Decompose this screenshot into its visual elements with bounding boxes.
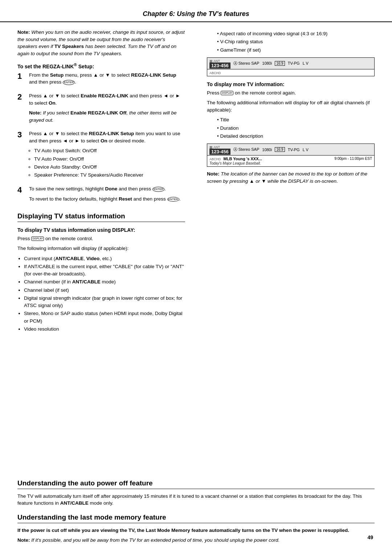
- bullet-duration: Duration: [217, 125, 375, 132]
- tv-speakers-bold: TV Speakers: [54, 44, 84, 49]
- step-1-content: From the Setup menu, press ▲ or ▼ to sel…: [29, 72, 185, 89]
- step-3-number: 3: [17, 130, 25, 140]
- channels-1: L V: [303, 61, 309, 65]
- tv-banner-1: ▩ ANT 123-456 Ⓐ Stereo SAP 1080i 16:9 TV…: [207, 57, 375, 76]
- program-time: 9:00pm - 11:00pm EST: [335, 157, 372, 161]
- chapter-title: Chapter 6: Using the TV's features: [0, 0, 392, 22]
- bullet-tv-auto-input: TV Auto Input Switch: On/Off: [34, 147, 185, 154]
- last-mode-memory-section: Understanding the last mode memory featu…: [17, 513, 375, 544]
- note-banner-label: Note:: [207, 171, 220, 177]
- page-number: 49: [367, 534, 373, 540]
- step-3: 3 Press ▲ or ▼ to select the REGZA-LINK …: [17, 130, 185, 182]
- bullet-vchip: V-Chip rating status: [217, 38, 375, 45]
- step-2-content: Press ▲ or ▼ to select Enable REGZA-LINK…: [29, 92, 185, 126]
- more-tv-p1: Press DISPLAY on the remote control agai…: [207, 89, 375, 97]
- left-column: Note: When you turn on the audio receive…: [17, 29, 189, 469]
- last-mode-memory-paragraph: If the power is cut off while you are vi…: [17, 527, 375, 534]
- channels-2: L V: [303, 148, 309, 152]
- auto-power-off-heading-text: Understanding the auto power off feature: [17, 479, 153, 487]
- bullet-digital-signal: Digital signal strength indicator (bar g…: [24, 295, 185, 310]
- auto-power-off-heading: Understanding the auto power off feature: [17, 479, 375, 489]
- tv-banner-2-top: ▩ ANT 123-456 Ⓐ Stereo SAP 1080i 16:9 TV…: [207, 144, 374, 156]
- bullet-channel-label: Channel label (if set): [24, 287, 185, 294]
- step-2-text: Press ▲ or ▼ to select Enable REGZA-LINK…: [29, 92, 185, 106]
- tv-banner-1-info: Ⓐ Stereo SAP 1080i 16:9 TV-PG L V: [233, 61, 309, 66]
- note-banner-text: The location of the banner can be moved …: [207, 171, 367, 184]
- step-4: 4 To save the new settings, highlight Do…: [17, 185, 185, 205]
- more-tv-info-heading-text: To display more TV information:: [207, 81, 285, 87]
- chapter-title-text: Chapter 6: Using the TV's features: [143, 10, 249, 17]
- note-text-last: If it's possible, and you will be away f…: [31, 537, 279, 543]
- enter-icon-4b: ENTER: [167, 197, 179, 202]
- step-4-reset: To revert to the factory defaults, highl…: [29, 195, 185, 203]
- bullet-aspect-ratio: Aspect ratio of incoming video signal (4…: [217, 30, 375, 37]
- stereo-label-1: Ⓐ Stereo SAP: [233, 61, 260, 66]
- bullet-channel-number: Channel number (if in ANT/CABLE mode): [24, 278, 185, 286]
- bullet-device-auto-standby: Device Auto Standby: On/Off: [34, 164, 185, 171]
- step-3-bullets: TV Auto Input Switch: On/Off TV Auto Pow…: [34, 147, 185, 179]
- step-4-content: To save the new settings, highlight Done…: [29, 185, 185, 205]
- display-bullets: Current input (ANT/CABLE, Video, etc.) I…: [24, 255, 185, 333]
- tv-banner-2-info: Ⓐ Stereo SAP 1080i 16:9 TV-PG L V: [233, 147, 309, 152]
- setup-steps: 1 From the Setup menu, press ▲ or ▼ to s…: [17, 72, 185, 206]
- last-mode-memory-note: Note: If it's possible, and you will be …: [17, 537, 375, 544]
- channel-2: 123-456: [209, 149, 230, 155]
- last-mode-memory-heading-text: Understanding the last mode memory featu…: [17, 513, 166, 521]
- rating-2: TV-PG: [288, 148, 300, 152]
- stereo-label-2: Ⓐ Stereo SAP: [233, 147, 260, 152]
- bullet-video-res: Video resolution: [24, 326, 185, 333]
- last-mode-memory-heading: Understanding the last mode memory featu…: [17, 513, 375, 523]
- last-mode-memory-bold: If the power is cut off while you are vi…: [17, 528, 349, 533]
- tv-banner-2: ▩ ANT 123-456 Ⓐ Stereo SAP 1080i 16:9 TV…: [207, 144, 375, 167]
- bullet-speaker-pref: Speaker Preference: TV Speakers/Audio Re…: [34, 171, 185, 179]
- two-column-layout: Note: When you turn on the audio receive…: [0, 29, 392, 469]
- auto-power-off-section: Understanding the auto power off feature…: [17, 479, 375, 507]
- bullet-current-input: Current input (ANT/CABLE, Video, etc.): [24, 255, 185, 262]
- resolution-1: 1080i: [262, 61, 272, 65]
- bullet-detailed-desc: Detailed description: [217, 133, 375, 140]
- note-banner-location: Note: The location of the banner can be …: [207, 170, 375, 185]
- display-p2: The following information will display (…: [17, 245, 185, 252]
- step-1: 1 From the Setup menu, press ▲ or ▼ to s…: [17, 72, 185, 89]
- display-subheading: To display TV status information using D…: [17, 227, 185, 233]
- regza-link-heading-text: To set the REGZA-LINK® Setup:: [17, 64, 94, 69]
- right-col-top-bullets: Aspect ratio of incoming video signal (4…: [213, 30, 375, 54]
- step-4-text: To save the new settings, highlight Done…: [29, 185, 185, 193]
- step-2-note: Note: If you select Enable REGZA-LINK Of…: [29, 109, 185, 124]
- step-4-number: 4: [17, 185, 25, 195]
- bullet-gametimer: GameTimer (if set): [217, 47, 375, 54]
- page: Chapter 6: Using the TV's features Note:…: [0, 0, 392, 549]
- display-subheading-text: To display TV status information using D…: [17, 227, 135, 233]
- auto-power-off-paragraph: The TV will automatically turn itself of…: [17, 493, 375, 507]
- aspect-1: 16:9: [275, 61, 285, 66]
- display-icon-1: DISPLAY: [31, 237, 44, 241]
- regza-link-heading: To set the REGZA-LINK® Setup:: [17, 62, 185, 69]
- tv-banner-2-ant: ▩ ANT 123-456: [209, 145, 230, 154]
- step-3-text: Press ▲ or ▼ to select the REGZA-LINK Se…: [29, 130, 185, 144]
- step-1-number: 1: [17, 72, 25, 81]
- step-2: 2 Press ▲ or ▼ to select Enable REGZA-LI…: [17, 92, 185, 126]
- tv-banner-2-bottom: ABCHD MLB Young 's XXX... 9:00pm - 11:00…: [207, 156, 374, 166]
- enter-icon-4a: ENTER: [152, 187, 164, 192]
- program-desc: Today's Major League Baseball.: [209, 161, 261, 165]
- note-label-last: Note:: [17, 537, 30, 543]
- more-tv-info-heading: To display more TV information:: [207, 81, 375, 87]
- abchd-1: ABCHD: [209, 71, 221, 75]
- note-label: Note:: [17, 29, 30, 35]
- bullet-stereo-mono: Stereo, Mono or SAP audio status (when H…: [24, 310, 185, 325]
- step-1-text: From the Setup menu, press ▲ or ▼ to sel…: [29, 72, 185, 86]
- step-2-number: 2: [17, 92, 25, 102]
- channel-1: 123-456: [209, 62, 230, 69]
- opening-note: Note: When you turn on the audio receive…: [17, 29, 185, 57]
- rating-1: TV-PG: [288, 61, 300, 65]
- full-width-sections: Understanding the auto power off feature…: [0, 473, 392, 549]
- abchd-2: ABCHD: [209, 157, 221, 161]
- bullet-title: Title: [217, 116, 375, 124]
- bullet-ant-cable: If ANT/CABLE is the current input, eithe…: [24, 263, 185, 278]
- step-3-content: Press ▲ or ▼ to select the REGZA-LINK Se…: [29, 130, 185, 182]
- right-column: Aspect ratio of incoming video signal (4…: [203, 29, 375, 469]
- bullet-tv-auto-power: TV Auto Power: On/Off: [34, 156, 185, 163]
- resolution-2: 1080i: [262, 148, 272, 152]
- program-name: MLB Young 's XXX...: [224, 157, 262, 161]
- displaying-tv-heading-text: Displaying TV status information: [17, 212, 125, 220]
